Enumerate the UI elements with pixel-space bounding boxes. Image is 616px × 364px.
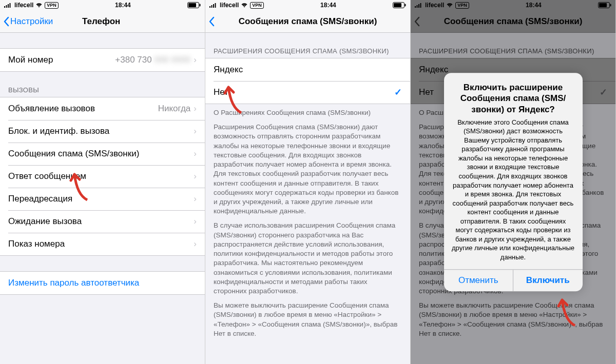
- row-voicemail-password[interactable]: Изменить пароль автоответчика: [0, 272, 205, 294]
- carrier-label: lifecell: [14, 2, 33, 9]
- vpn-icon: VPN: [45, 2, 59, 9]
- status-time: 18:44: [115, 2, 131, 9]
- screen-spam-extensions: lifecell VPN 18:44 Сообщения спама (SMS/…: [205, 0, 411, 364]
- status-bar: lifecell VPN 18:44: [205, 0, 410, 10]
- about-header: О Расширениях Сообщения спама (SMS/звонк…: [214, 108, 402, 117]
- alert-cancel-button[interactable]: Отменить: [444, 270, 513, 291]
- back-label: Настройки: [10, 16, 53, 27]
- screen-phone-settings: lifecell VPN 18:44 Настройки Телефон Мой…: [0, 0, 205, 364]
- row-caller-id[interactable]: Показ номера ›: [0, 233, 205, 255]
- chevron-right-icon: ›: [194, 239, 197, 249]
- status-bar: lifecell VPN 18:44: [0, 0, 205, 10]
- row-reply-message[interactable]: Ответ сообщением ›: [0, 165, 205, 188]
- svg-rect-2: [8, 4, 9, 8]
- about-para-1: Расширения Сообщения спама (SMS/звонки) …: [214, 123, 402, 216]
- battery-icon: [187, 2, 201, 8]
- option-yandex[interactable]: Яндекс: [205, 58, 410, 81]
- battery-icon: [393, 2, 406, 8]
- alert-title: Включить расширение Сообщения спама (SMS…: [451, 82, 575, 115]
- row-my-number[interactable]: Мой номер +380 730 000 0000 ›: [0, 49, 205, 71]
- chevron-right-icon: ›: [194, 104, 197, 114]
- footer-text: О Расширениях Сообщения спама (SMS/звонк…: [205, 104, 410, 348]
- svg-rect-9: [213, 4, 214, 8]
- screen-spam-alert: lifecell VPN 18:44 Сообщения спама (SMS/…: [411, 0, 616, 364]
- alert-dialog: Включить расширение Сообщения спама (SMS…: [444, 73, 583, 291]
- my-number-label: Мой номер: [8, 55, 115, 65]
- chevron-left-icon: [3, 16, 9, 27]
- svg-rect-5: [188, 3, 196, 7]
- svg-rect-6: [199, 4, 200, 7]
- carrier-label: lifecell: [220, 2, 239, 9]
- alert-enable-button[interactable]: Включить: [513, 270, 583, 291]
- content: Мой номер +380 730 000 0000 › ВЫЗОВЫ Объ…: [0, 33, 205, 295]
- nav-title: Телефон: [62, 16, 120, 27]
- about-para-2: В случае использования расширения Сообще…: [214, 221, 402, 296]
- svg-rect-8: [211, 5, 213, 8]
- chevron-right-icon: ›: [194, 149, 197, 159]
- about-para-3: Вы можете выключить расширение Сообщения…: [214, 301, 402, 338]
- chevron-right-icon: ›: [194, 216, 197, 227]
- signal-icon: [4, 3, 12, 8]
- chevron-right-icon: ›: [194, 55, 197, 65]
- svg-rect-7: [209, 6, 210, 8]
- row-block-identify[interactable]: Блок. и идентиф. вызова ›: [0, 120, 205, 143]
- row-spam-messages[interactable]: Сообщения спама (SMS/звонки) ›: [0, 143, 205, 165]
- back-button[interactable]: [205, 16, 215, 27]
- wifi-icon: [35, 3, 43, 8]
- svg-rect-10: [215, 3, 216, 8]
- my-number-value: +380 730 000 0000: [115, 55, 190, 65]
- row-call-announce[interactable]: Объявление вызовов Никогда ›: [0, 97, 205, 120]
- signal-icon: [209, 3, 218, 8]
- option-none[interactable]: Нет ✓: [205, 81, 410, 104]
- alert-message: Включение этого Сообщения спама (SMS/зво…: [451, 118, 575, 262]
- svg-rect-12: [394, 3, 401, 7]
- vpn-icon: VPN: [250, 2, 264, 9]
- back-button[interactable]: Настройки: [0, 16, 53, 27]
- status-time: 18:44: [320, 2, 336, 9]
- chevron-left-icon: [208, 16, 215, 27]
- chevron-right-icon: ›: [194, 171, 197, 181]
- row-call-forward[interactable]: Переадресация ›: [0, 188, 205, 210]
- svg-rect-1: [6, 5, 7, 8]
- svg-rect-13: [405, 4, 406, 7]
- extensions-header: РАСШИРЕНИЯ СООБЩЕНИЯ СПАМА (SMS/ЗВОНКИ): [205, 44, 410, 58]
- content: РАСШИРЕНИЯ СООБЩЕНИЯ СПАМА (SMS/ЗВОНКИ) …: [205, 44, 410, 348]
- wifi-icon: [241, 3, 248, 8]
- chevron-right-icon: ›: [194, 126, 197, 136]
- chevron-right-icon: ›: [194, 194, 197, 204]
- checkmark-icon: ✓: [394, 87, 402, 98]
- nav-bar: Настройки Телефон: [0, 10, 205, 33]
- svg-rect-0: [4, 6, 5, 8]
- svg-rect-3: [10, 3, 11, 8]
- row-call-waiting[interactable]: Ожидание вызова ›: [0, 210, 205, 233]
- nav-title: Сообщения спама (SMS/звонки): [205, 16, 410, 27]
- nav-bar: Сообщения спама (SMS/звонки): [205, 10, 410, 33]
- calls-header: ВЫЗОВЫ: [0, 83, 205, 97]
